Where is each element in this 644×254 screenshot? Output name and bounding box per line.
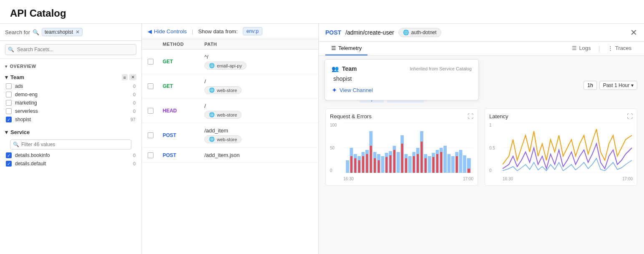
team-clear-btn[interactable]: ✕ [129,74,136,80]
facet-count-ads: 0 [133,84,136,89]
latency-chart: Latency ⛶ 1 0.5 0 [485,108,637,186]
table-row[interactable]: POST /add_item 🌐 web-store [142,123,318,148]
team-icon: 👥 [332,65,339,72]
row-checkbox-3[interactable] [148,108,153,114]
facet-item-shopist[interactable]: ✓ shopist 97 [5,115,136,124]
search-tag[interactable]: team:shopist ✕ [42,28,83,36]
service-group-header[interactable]: ▾ Service [5,127,136,137]
time-1h-button[interactable]: 1h [584,81,596,90]
panel-close-button[interactable]: ✕ [630,28,637,37]
expand-chart-1-icon[interactable]: ⛶ [468,113,473,120]
svg-rect-48 [443,146,447,173]
show-data-label: Show data from: [198,28,238,35]
table-row[interactable]: GET ^/ 🌐 email-api-py [142,50,318,74]
sidebar-scroll: ▾ OVERVIEW ▾ Team ≡ ✕ [0,59,141,254]
search-bar: Search for 🔍 team:shopist ✕ [0,24,141,41]
svg-rect-9 [358,160,360,173]
panel-body: 👥 Team Inherited from Service Catalog sh… [319,56,644,254]
svg-rect-53 [459,150,463,173]
service-filter: 🔍 [5,137,136,151]
facet-count-details-default: 0 [133,161,136,166]
team-filter-btn[interactable]: ≡ [122,74,128,80]
table-row[interactable]: GET / 🌐 web-store [142,74,318,99]
globe-icon-2: 🌐 [209,87,215,93]
center-content: ◀ Hide Controls | Show data from: env:p … [142,24,319,254]
service-filter-input[interactable] [10,139,131,149]
panel-globe-icon: 🌐 [403,30,409,35]
view-channel-button[interactable]: ✦ View Channel [332,86,373,94]
row-checkbox-1[interactable] [148,59,153,65]
row-checkbox-4[interactable] [148,132,153,138]
service-name-1: email-api-py [217,63,242,68]
globe-icon-1: 🌐 [209,63,215,68]
toolbar: ◀ Hide Controls | Show data from: env:p [142,24,318,39]
svg-rect-17 [374,158,376,173]
y-100: 100 [330,123,342,127]
expand-chart-2-icon[interactable]: ⛶ [627,113,633,120]
svg-rect-7 [355,158,357,173]
facet-item-marketing[interactable]: marketing 0 [5,99,136,107]
facet-label-ads: ads [15,83,23,89]
svg-rect-41 [428,156,431,173]
facet-checkbox-serverless[interactable] [6,108,12,114]
service-name-2: web-store [217,88,237,93]
chart-title-row-1: Request & Errors ⛶ [330,113,473,120]
facet-checkbox-demo-eng[interactable] [6,92,12,97]
hide-controls-button[interactable]: ◀ Hide Controls [148,28,187,35]
team-group-header[interactable]: ▾ Team ≡ ✕ [5,72,136,82]
path-text-4: /add_item [204,127,312,134]
view-channel-label: View Channel [340,87,373,93]
path-text-3: / [204,103,312,109]
path-cell-2: / 🌐 web-store [204,78,312,94]
svg-rect-38 [421,142,423,173]
tooltip-title: 👥 Team [332,65,357,72]
search-tag-clear[interactable]: ✕ [75,29,80,35]
right-panel: POST /admin/create-user 🌐 auth-dotnet ✕ … [319,24,644,254]
time-dropdown-label: Past 1 Hour [603,82,629,88]
svg-rect-26 [393,150,395,173]
svg-rect-29 [401,144,403,173]
table-row[interactable]: POST /add_item.json [142,148,318,163]
facet-item-ads[interactable]: ads 0 [5,82,136,90]
tab-telemetry[interactable]: ☰ Telemetry [325,42,367,55]
facet-checkbox-details-bookinfo[interactable]: ✓ [6,152,12,158]
facet-count-serverless: 0 [133,109,136,114]
bar-chart-svg [343,123,473,173]
row-checkbox-5[interactable] [148,152,153,158]
svg-rect-11 [362,156,364,173]
hide-controls-icon: ◀ [148,28,152,35]
service-tag-1: 🌐 email-api-py [204,62,247,70]
panel-header-left: POST /admin/create-user 🌐 auth-dotnet [325,28,441,37]
line-chart-svg [503,123,633,173]
facet-checkbox-ads[interactable] [6,83,12,89]
table-row[interactable]: HEAD / 🌐 web-store [142,99,318,123]
app-header: API Catalog [0,0,644,24]
table-rows: GET ^/ 🌐 email-api-py GET / [142,50,318,254]
tab-logs[interactable]: ☰ Logs [566,42,596,55]
svg-rect-22 [385,157,387,173]
time-dropdown[interactable]: Past 1 Hour ▾ [599,81,637,90]
overview-header[interactable]: ▾ OVERVIEW [5,62,136,72]
facet-item-serverless[interactable]: serverless 0 [5,107,136,115]
svg-rect-19 [378,160,380,173]
row-checkbox-2[interactable] [148,83,153,89]
facet-checkbox-shopist[interactable]: ✓ [6,117,12,122]
lat-y-0: 0 [489,168,501,173]
path-cell-4: /add_item 🌐 web-store [204,127,312,143]
facet-checkbox-details-default[interactable]: ✓ [6,161,12,167]
svg-rect-15 [370,146,372,173]
service-chevron: ▾ [5,129,8,135]
svg-rect-34 [413,156,415,173]
facet-item-details-bookinfo[interactable]: ✓ details.bookinfo 0 [5,151,136,159]
search-for-label: Search for [5,29,30,35]
method-post-5: POST [163,152,204,158]
service-tag-2: 🌐 web-store [204,86,242,94]
facet-checkbox-marketing[interactable] [6,100,12,106]
facet-item-demo-eng[interactable]: demo-eng 0 [5,90,136,99]
facet-item-details-default[interactable]: ✓ details.default 0 [5,159,136,168]
tab-traces[interactable]: ⋮ Traces [602,42,637,55]
sidebar: Search for 🔍 team:shopist ✕ 🔍 ▾ [0,24,142,254]
facet-search-input[interactable] [5,44,136,55]
path-text-5: /add_item.json [204,152,312,158]
path-cell-5: /add_item.json [204,152,312,158]
